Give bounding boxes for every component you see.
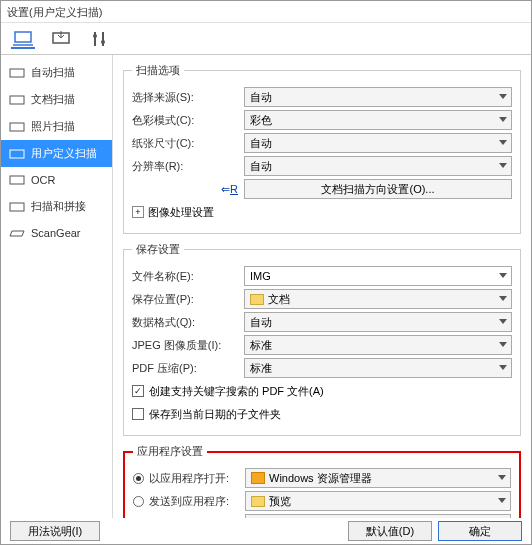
tab-to-computer-icon[interactable] — [49, 29, 73, 49]
app-settings-group: 应用程序设置 以应用程序打开: Windows 资源管理器 发送到应用程序: 预… — [123, 444, 521, 518]
checkbox-checked-icon: ✓ — [132, 385, 144, 397]
sidebar-item-stitch[interactable]: 扫描和拼接 — [1, 193, 112, 220]
defaults-button[interactable]: 默认值(D) — [348, 521, 432, 541]
sidebar-item-custom[interactable]: 用户定义扫描 — [1, 140, 112, 167]
sidebar-item-label: 照片扫描 — [31, 119, 75, 134]
scanner-flat-icon — [9, 226, 25, 240]
format-label: 数据格式(Q): — [132, 315, 244, 330]
right-pane: 扫描选项 选择来源(S): 自动 色彩模式(C): 彩色 纸张尺寸(C): 自动… — [113, 55, 531, 518]
svg-rect-8 — [10, 69, 24, 77]
sidebar-item-label: 用户定义扫描 — [31, 146, 97, 161]
help-button[interactable]: 用法说明(I) — [10, 521, 100, 541]
svg-point-7 — [101, 40, 105, 44]
svg-rect-10 — [10, 123, 24, 131]
tab-settings-icon[interactable] — [87, 29, 111, 49]
imgproc-label: 图像处理设置 — [148, 205, 214, 220]
svg-rect-9 — [10, 96, 24, 104]
chevron-down-icon — [499, 319, 507, 324]
scanner-icon — [9, 66, 25, 80]
source-select[interactable]: 自动 — [244, 87, 512, 107]
radio-open-with[interactable]: 以应用程序打开: — [133, 471, 245, 486]
plus-icon[interactable]: + — [132, 206, 144, 218]
reset-link-r[interactable]: R — [230, 183, 238, 195]
chevron-down-icon — [499, 296, 507, 301]
save-settings-group: 保存设置 文件名称(E): IMG 保存位置(P): 文档 数据格式(Q): 自… — [123, 242, 521, 436]
svg-rect-0 — [15, 32, 31, 42]
sidebar-item-ocr[interactable]: OCR — [1, 167, 112, 193]
folder-icon — [250, 294, 264, 305]
svg-rect-11 — [10, 150, 24, 158]
window-title: 设置(用户定义扫描) — [1, 1, 531, 23]
scanner-icon — [9, 120, 25, 134]
paper-label: 纸张尺寸(C): — [132, 136, 244, 151]
sidebar-item-label: 扫描和拼接 — [31, 199, 86, 214]
jpeg-label: JPEG 图像质量(I): — [132, 338, 244, 353]
dialog-footer: 用法说明(I) 默认值(D) 确定 — [0, 521, 532, 541]
sidebar-item-label: 文档扫描 — [31, 92, 75, 107]
scanner-icon — [9, 93, 25, 107]
paper-select[interactable]: 自动 — [244, 133, 512, 153]
pdf-select[interactable]: 标准 — [244, 358, 512, 378]
checkbox-icon — [132, 408, 144, 420]
sidebar: 自动扫描 文档扫描 照片扫描 用户定义扫描 OCR 扫描和拼接 ScanGear — [1, 55, 113, 518]
top-tab-strip — [1, 23, 531, 55]
app-legend: 应用程序设置 — [133, 444, 207, 459]
scanner-icon — [9, 200, 25, 214]
filename-label: 文件名称(E): — [132, 269, 244, 284]
jpeg-select[interactable]: 标准 — [244, 335, 512, 355]
reset-link[interactable]: ⇐ — [221, 183, 230, 195]
send-app-select[interactable]: 预览 — [245, 491, 511, 511]
svg-marker-14 — [10, 231, 24, 236]
scan-options-group: 扫描选项 选择来源(S): 自动 色彩模式(C): 彩色 纸张尺寸(C): 自动… — [123, 63, 521, 234]
chevron-down-icon — [498, 498, 506, 503]
svg-rect-13 — [10, 203, 24, 211]
color-select[interactable]: 彩色 — [244, 110, 512, 130]
save-legend: 保存设置 — [132, 242, 184, 257]
sidebar-item-scangear[interactable]: ScanGear — [1, 220, 112, 246]
orientation-button[interactable]: 文档扫描方向设置(O)... — [244, 179, 512, 199]
filename-input[interactable]: IMG — [244, 266, 512, 286]
chevron-down-icon — [499, 163, 507, 168]
subfolder-checkbox[interactable]: 保存到当前日期的子文件夹 — [132, 404, 512, 424]
sidebar-item-auto[interactable]: 自动扫描 — [1, 59, 112, 86]
color-label: 色彩模式(C): — [132, 113, 244, 128]
chevron-down-icon — [499, 140, 507, 145]
location-label: 保存位置(P): — [132, 292, 244, 307]
chevron-down-icon — [499, 117, 507, 122]
sidebar-item-photo[interactable]: 照片扫描 — [1, 113, 112, 140]
chevron-down-icon — [498, 475, 506, 480]
location-select[interactable]: 文档 — [244, 289, 512, 309]
res-label: 分辨率(R): — [132, 159, 244, 174]
ok-button[interactable]: 确定 — [438, 521, 522, 541]
tab-from-computer-icon[interactable] — [11, 29, 35, 49]
app-icon — [251, 472, 265, 484]
sidebar-item-label: OCR — [31, 174, 55, 186]
pdf-label: PDF 压缩(P): — [132, 361, 244, 376]
res-select[interactable]: 自动 — [244, 156, 512, 176]
chevron-down-icon — [499, 94, 507, 99]
format-select[interactable]: 自动 — [244, 312, 512, 332]
svg-point-6 — [93, 34, 97, 38]
chevron-down-icon — [499, 365, 507, 370]
radio-send-folder[interactable]: 发送到文件夹: — [133, 517, 245, 519]
chevron-down-icon — [499, 273, 507, 278]
chevron-down-icon — [499, 342, 507, 347]
scanner-icon — [9, 147, 25, 161]
scan-options-legend: 扫描选项 — [132, 63, 184, 78]
folder-icon — [251, 496, 265, 507]
open-with-select[interactable]: Windows 资源管理器 — [245, 468, 511, 488]
sidebar-item-label: ScanGear — [31, 227, 81, 239]
radio-send-app[interactable]: 发送到应用程序: — [133, 494, 245, 509]
kw-pdf-checkbox[interactable]: ✓创建支持关键字搜索的 PDF 文件(A) — [132, 381, 512, 401]
send-folder-select[interactable]: OneDrive — [245, 514, 511, 518]
sidebar-item-document[interactable]: 文档扫描 — [1, 86, 112, 113]
source-label: 选择来源(S): — [132, 90, 244, 105]
svg-rect-12 — [10, 176, 24, 184]
sidebar-item-label: 自动扫描 — [31, 65, 75, 80]
scanner-icon — [9, 173, 25, 187]
